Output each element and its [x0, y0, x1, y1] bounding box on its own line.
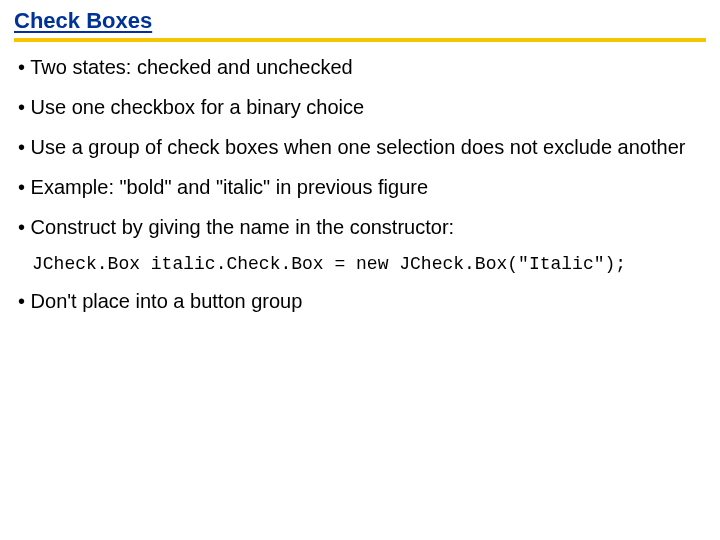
bullet-item: Example: "bold" and "italic" in previous… [14, 174, 706, 200]
slide-title: Check Boxes [14, 8, 706, 34]
bullet-item: Two states: checked and unchecked [14, 54, 706, 80]
slide: Check Boxes Two states: checked and unch… [0, 0, 720, 314]
bullet-item: Use one checkbox for a binary choice [14, 94, 706, 120]
title-rule [14, 38, 706, 42]
bullet-list: Two states: checked and unchecked Use on… [14, 54, 706, 240]
code-line: JCheck.Box italic.Check.Box = new JCheck… [32, 254, 706, 274]
bullet-item: Use a group of check boxes when one sele… [14, 134, 706, 160]
bullet-list-2: Don't place into a button group [14, 288, 706, 314]
bullet-item: Construct by giving the name in the cons… [14, 214, 706, 240]
bullet-item: Don't place into a button group [14, 288, 706, 314]
